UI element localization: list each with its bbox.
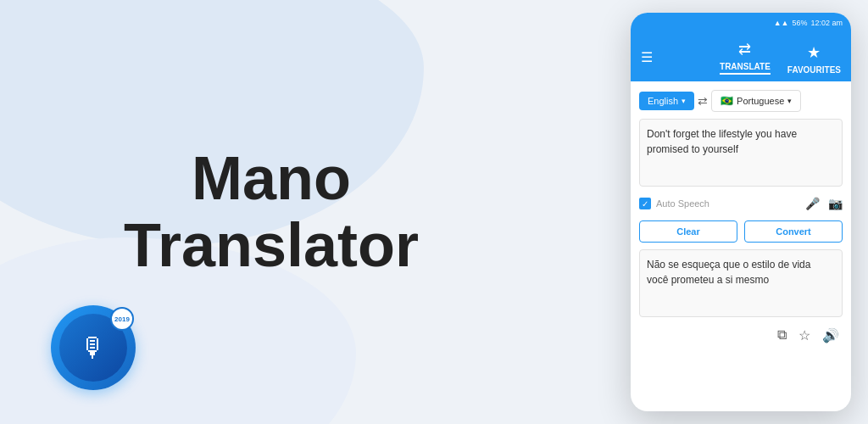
swap-language-button[interactable]: ⇄ (698, 94, 708, 108)
app-logo: 2019 🎙 (51, 305, 136, 390)
logo-badge: 2019 (110, 307, 134, 331)
clear-button[interactable]: Clear (639, 220, 737, 243)
app-body: English ▾ ⇄ 🇧🇷 Portuguese ▾ Don't forget… (631, 81, 851, 352)
logo-inner: 2019 🎙 (59, 314, 127, 382)
input-text-content: Don't forget the lifestyle you have prom… (647, 126, 835, 157)
flag-icon: 🇧🇷 (721, 95, 733, 107)
auto-speech-left: ✓ Auto Speech (639, 198, 709, 209)
favourites-tab-label: FAVOURITES (787, 65, 841, 75)
speaker-icon[interactable]: 🔊 (822, 327, 839, 343)
source-language-button[interactable]: English ▾ (639, 92, 694, 110)
source-language-label: English (648, 96, 678, 106)
auto-speech-label: Auto Speech (656, 198, 709, 209)
tab-translate[interactable]: ⇄ TRANSLATE (720, 40, 771, 75)
target-language-button[interactable]: 🇧🇷 Portuguese ▾ (711, 90, 801, 112)
clock: 12:02 am (810, 19, 843, 27)
menu-icon[interactable]: ☰ (641, 49, 653, 65)
favourite-icon[interactable]: ☆ (798, 327, 810, 343)
target-lang-arrow: ▾ (787, 97, 792, 105)
bottom-actions: ⧉ ☆ 🔊 (639, 324, 843, 343)
translate-icon: ⇄ (738, 40, 751, 59)
star-icon: ★ (807, 43, 821, 62)
target-language-label: Portuguese (737, 96, 784, 106)
app-title: Mano Translator (124, 145, 419, 279)
auto-speech-checkbox[interactable]: ✓ (639, 198, 651, 209)
convert-button[interactable]: Convert (744, 220, 843, 243)
input-text-area[interactable]: Don't forget the lifestyle you have prom… (639, 119, 843, 187)
tab-favourites[interactable]: ★ FAVOURITES (787, 43, 841, 75)
app-title-line2: Translator (124, 211, 419, 279)
auto-speech-row: ✓ Auto Speech 🎤 📷 (639, 193, 843, 214)
language-selector: English ▾ ⇄ 🇧🇷 Portuguese ▾ (639, 90, 843, 112)
battery-level: 56% (792, 19, 807, 27)
output-text-content: Não se esqueça que o estilo de vida você… (647, 257, 835, 287)
microphone-icon: 🎙 (80, 332, 107, 364)
camera-action-icon[interactable]: 📷 (828, 197, 843, 210)
status-bar: ▲▲ 56% 12:02 am (631, 13, 851, 33)
source-lang-arrow: ▾ (682, 97, 686, 105)
signal-icon: ▲▲ (774, 19, 789, 27)
translate-tab-label: TRANSLATE (720, 62, 771, 71)
output-text-area: Não se esqueça que o estilo de vida você… (639, 249, 843, 317)
action-button-row: Clear Convert (639, 220, 843, 243)
phone-mockup: ▲▲ 56% 12:02 am ☰ ⇄ TRANSLATE ★ FAVOURIT… (631, 13, 851, 411)
microphone-action-icon[interactable]: 🎤 (805, 197, 820, 210)
app-header: ☰ ⇄ TRANSLATE ★ FAVOURITES (631, 33, 851, 81)
copy-icon[interactable]: ⧉ (777, 327, 787, 343)
action-icons: 🎤 📷 (805, 197, 843, 210)
app-title-line1: Mano (192, 144, 351, 212)
header-tabs: ⇄ TRANSLATE ★ FAVOURITES (720, 40, 841, 75)
